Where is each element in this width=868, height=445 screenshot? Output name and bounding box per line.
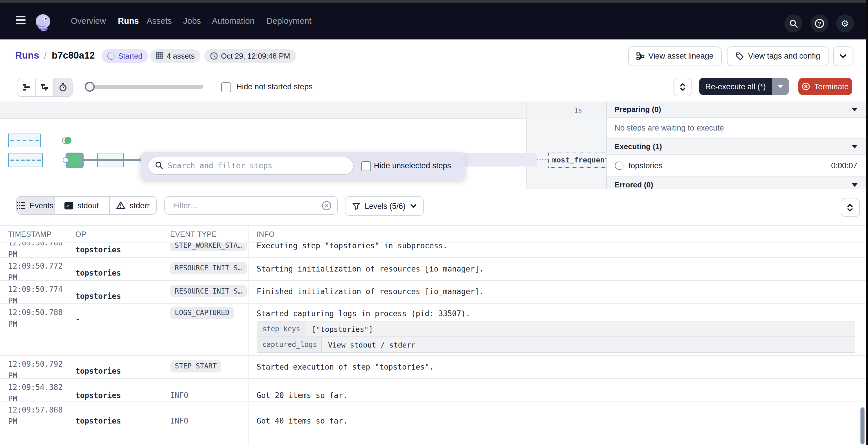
metadata-key: step_keys	[257, 321, 305, 337]
run-status-badge[interactable]: Started	[101, 49, 148, 62]
metadata-row: captured_logs View stdout / stderr	[257, 337, 855, 352]
timestamp-cell: 12:09:50.788PM	[8, 307, 63, 330]
metadata-value-link[interactable]: View stdout / stderr	[322, 337, 422, 352]
preparing-title: Preparing (0)	[615, 105, 661, 114]
view-tags-config-button[interactable]: View tags and config	[727, 46, 829, 66]
waterfall-gantt-icon	[40, 83, 49, 91]
nav-item-assets[interactable]: Assets	[147, 3, 172, 39]
table-row[interactable]: 12:09:50.774PM topstories RESOURCE_INIT_…	[0, 280, 865, 304]
gantt-time-tick-label: 1s	[574, 106, 582, 114]
panel-section-errored[interactable]: Errored (0)	[607, 177, 865, 190]
timestamp-cell: 12:09:50.768PM	[8, 242, 63, 258]
lineage-icon	[636, 52, 644, 60]
zoom-slider-track[interactable]	[85, 85, 203, 89]
reexecute-split-button: Re-execute all (*)	[699, 78, 789, 95]
gantt-search-placeholder: Search and filter steps	[168, 161, 272, 170]
timed-view-button[interactable]	[54, 78, 72, 96]
svg-text:?: ?	[817, 21, 821, 27]
terminate-x-icon	[802, 82, 810, 91]
event-type-chip: RESOURCE_INIT_S…	[170, 285, 246, 297]
col-header-info[interactable]: INFO	[257, 230, 275, 238]
nav-item-overview[interactable]: Overview	[71, 3, 106, 39]
zoom-slider-thumb[interactable]	[85, 81, 95, 91]
chevron-down-icon	[851, 183, 857, 186]
gantt-step-box-waiting-2[interactable]	[8, 153, 43, 167]
tab-events-label: Events	[30, 201, 54, 210]
dagster-run-page: Overview Runs Assets Jobs Automation Dep…	[0, 0, 868, 445]
nav-item-runs[interactable]: Runs	[118, 3, 139, 39]
nav-item-automation[interactable]: Automation	[212, 3, 255, 39]
hide-not-started-label[interactable]: Hide not started steps	[236, 82, 313, 91]
metadata-key: captured_logs	[257, 337, 322, 352]
assets-count-badge[interactable]: 4 assets	[150, 49, 200, 62]
hide-not-started-checkbox[interactable]	[221, 82, 231, 92]
timestamp-cell: 12:09:57.868PM	[8, 404, 63, 427]
event-type-chip: LOGS_CAPTURED	[170, 307, 234, 319]
gantt-chart: 1s most_frequent Search and filter steps…	[0, 102, 868, 190]
vertical-scrollbar-thumb[interactable]	[860, 407, 864, 444]
reexecute-dropdown-button[interactable]	[772, 78, 789, 95]
view-asset-lineage-button[interactable]: View asset lineage	[628, 46, 722, 66]
log-expand-button[interactable]	[840, 198, 860, 217]
panel-section-preparing[interactable]: Preparing (0)	[607, 102, 865, 118]
hide-unselected-label[interactable]: Hide unselected steps	[374, 161, 451, 170]
tag-icon	[736, 52, 744, 60]
col-header-event-type[interactable]: EVENT TYPE	[170, 230, 217, 238]
table-row[interactable]: 12:09:54.382PM topstories INFO Got 20 it…	[0, 378, 865, 402]
reexecute-all-button[interactable]: Re-execute all (*)	[699, 78, 772, 95]
panel-section-executing[interactable]: Executing (1)	[607, 139, 865, 155]
hamburger-menu-icon[interactable]	[16, 16, 26, 24]
flat-gantt-icon	[22, 83, 31, 91]
nav-item-jobs[interactable]: Jobs	[183, 3, 201, 39]
settings-button[interactable]: ⚙	[836, 14, 854, 33]
gantt-step-box-most-frequent[interactable]: most_frequent	[548, 152, 609, 168]
run-timestamp-badge: Oct 29, 12:09:48 PM	[204, 49, 296, 62]
chevron-down-icon	[851, 108, 857, 111]
tab-stderr[interactable]: stderr	[110, 197, 156, 214]
run-timestamp-label: Oct 29, 12:09:48 PM	[221, 52, 290, 60]
help-button[interactable]: ?	[810, 14, 828, 33]
clear-filter-icon[interactable]	[322, 201, 332, 210]
event-type-plain: INFO	[170, 417, 188, 425]
stopwatch-icon	[59, 83, 67, 91]
help-icon: ?	[814, 19, 824, 28]
nav-item-deployment[interactable]: Deployment	[267, 3, 311, 39]
dagster-logo[interactable]	[34, 13, 52, 32]
info-cell: Started capturing logs in process (pid: …	[257, 309, 470, 318]
waterfall-view-button[interactable]	[36, 78, 54, 96]
top-nav-bar: Overview Runs Assets Jobs Automation Dep…	[0, 3, 868, 39]
gantt-step-box-waiting-1[interactable]	[8, 133, 41, 147]
search-icon	[155, 161, 163, 169]
event-log-table: TIMESTAMP OP EVENT TYPE INFO 12:09:50.76…	[0, 225, 868, 445]
table-row[interactable]: 12:09:50.772PM topstories RESOURCE_INIT_…	[0, 257, 865, 280]
log-filter-input[interactable]	[164, 196, 338, 215]
col-header-timestamp[interactable]: TIMESTAMP	[8, 230, 51, 238]
flat-view-button[interactable]	[18, 78, 36, 96]
tab-events[interactable]: Events	[17, 197, 54, 214]
terminate-button[interactable]: Terminate	[798, 78, 852, 95]
executing-step-row[interactable]: topstories 0:00:07	[607, 155, 865, 177]
metadata-value: ["topstories"]	[305, 321, 379, 337]
table-row[interactable]: 12:09:57.868PM topstories INFO Got 40 it…	[0, 401, 865, 445]
gantt-search-input[interactable]: Search and filter steps	[148, 157, 353, 174]
caret-down-icon	[777, 85, 783, 88]
hide-unselected-checkbox[interactable]	[361, 161, 371, 171]
tab-stdout[interactable]: >_ stdout	[54, 197, 110, 214]
breadcrumb-runs-link[interactable]: Runs	[15, 49, 39, 60]
col-header-op[interactable]: OP	[75, 230, 86, 238]
expand-collapse-button[interactable]	[673, 78, 692, 96]
terminate-label: Terminate	[814, 82, 849, 91]
table-row[interactable]: 12:09:50.768PM topstories STEP_WORKER_ST…	[0, 242, 865, 258]
warning-triangle-icon	[116, 201, 125, 209]
log-tabs: Events >_ stdout stderr	[16, 196, 157, 215]
gantt-step-dot[interactable]	[64, 137, 71, 144]
up-down-chevrons-icon	[847, 203, 853, 211]
search-button[interactable]	[784, 14, 802, 33]
tab-stdout-label: stdout	[78, 201, 99, 210]
table-row[interactable]: 12:09:50.792PM topstories STEP_START Sta…	[0, 355, 865, 379]
table-row[interactable]: 12:09:50.788PM - LOGS_CAPTURED Started c…	[0, 303, 865, 356]
gantt-dependency-line	[83, 159, 144, 161]
gantt-view-mode-group	[17, 77, 72, 97]
levels-dropdown-button[interactable]: Levels (5/6)	[345, 196, 424, 216]
more-actions-button[interactable]	[833, 46, 853, 66]
